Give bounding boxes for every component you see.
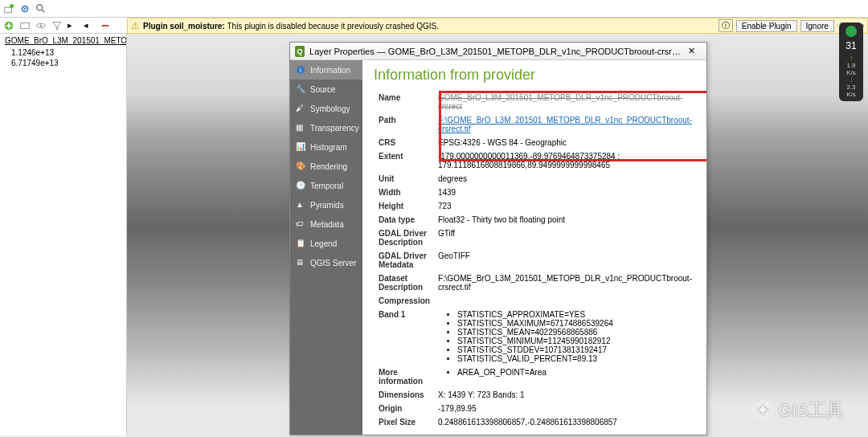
layer-item[interactable]: GOME_BrO_L3M_201501_METOPB_DLR bbox=[0, 34, 126, 47]
expand-icon[interactable]: ▸ bbox=[68, 20, 79, 31]
sidebar-item-temporal[interactable]: 🕒Temporal bbox=[290, 176, 362, 195]
legend-icon: 📋 bbox=[296, 239, 305, 248]
layers-panel: GOME_BrO_L3M_201501_METOPB_DLR 1.1246e+1… bbox=[0, 34, 127, 435]
pyramid-icon: ▲ bbox=[296, 200, 305, 210]
band-stats: STATISTICS_APPROXIMATE=YES STATISTICS_MA… bbox=[457, 310, 692, 363]
layer-properties-dialog: Q Layer Properties — GOME_BrO_L3M_201501… bbox=[289, 42, 707, 435]
enable-plugin-button[interactable]: Enable Plugin bbox=[736, 20, 797, 32]
sidebar-item-histogram[interactable]: 📊Histogram bbox=[290, 137, 362, 157]
fps-value: 31 bbox=[839, 40, 863, 51]
sidebar-item-pyramids[interactable]: ▲Pyramids bbox=[290, 195, 362, 214]
svg-point-9 bbox=[40, 24, 43, 27]
warning-icon: ⚠ bbox=[131, 20, 140, 31]
svg-rect-10 bbox=[102, 25, 109, 27]
tag-icon: 🏷 bbox=[296, 219, 305, 229]
sidebar-item-rendering[interactable]: 🎨Rendering bbox=[290, 157, 362, 176]
ok-icon bbox=[845, 26, 857, 37]
plugin-message: This plugin is disabled because it previ… bbox=[227, 22, 438, 31]
ignore-button[interactable]: Ignore bbox=[800, 20, 834, 32]
dialog-sidebar: iInformation 🔧Source 🖌Symbology ▦Transpa… bbox=[290, 60, 362, 435]
dialog-title: Layer Properties — GOME_BrO_L3M_201501_M… bbox=[309, 47, 681, 56]
paint-icon: 🎨 bbox=[296, 161, 305, 171]
sidebar-item-information[interactable]: iInformation bbox=[290, 60, 362, 80]
svg-text:i: i bbox=[300, 67, 301, 74]
section-heading: Information from provider bbox=[374, 67, 695, 84]
sidebar-item-legend[interactable]: 📋Legend bbox=[290, 234, 362, 253]
sidebar-item-metadata[interactable]: 🏷Metadata bbox=[290, 214, 362, 234]
dialog-content: Information from provider NameGOME_BrO_L… bbox=[362, 60, 706, 435]
filter-icon[interactable] bbox=[51, 20, 63, 31]
brush-icon: 🖌 bbox=[296, 104, 305, 113]
sidebar-item-symbology[interactable]: 🖌Symbology bbox=[290, 99, 362, 118]
close-icon[interactable]: ✕ bbox=[681, 46, 702, 56]
wrench-icon: 🔧 bbox=[296, 84, 305, 94]
svg-point-1 bbox=[10, 3, 14, 7]
sidebar-item-qgis-server[interactable]: 🖥QGIS Server bbox=[290, 253, 362, 272]
server-icon: 🖥 bbox=[296, 258, 305, 268]
svg-rect-7 bbox=[21, 22, 30, 28]
layer-value-min: 1.1246e+13 bbox=[0, 47, 126, 58]
layer-value-max: 6.71749e+13 bbox=[0, 58, 126, 68]
plugin-title: Plugin soil_moisture: bbox=[143, 22, 225, 31]
main-toolbar bbox=[0, 0, 868, 18]
group-icon[interactable] bbox=[19, 20, 31, 31]
qgis-icon: Q bbox=[295, 46, 305, 57]
info-icon: i bbox=[296, 65, 305, 75]
checker-icon: ▦ bbox=[296, 123, 305, 133]
collapse-icon[interactable]: ◂ bbox=[84, 20, 95, 31]
wechat-icon: ✦ bbox=[752, 400, 773, 421]
info-icon[interactable]: ⓘ bbox=[719, 19, 733, 32]
search-icon[interactable] bbox=[35, 3, 47, 14]
plugin-warning-bar: ⚠ Plugin soil_moisture: This plugin is d… bbox=[127, 18, 868, 34]
clock-icon: 🕒 bbox=[296, 181, 305, 190]
svg-point-3 bbox=[24, 7, 27, 10]
layer-add-icon[interactable] bbox=[3, 3, 14, 14]
chart-icon: 📊 bbox=[296, 142, 305, 152]
sidebar-item-source[interactable]: 🔧Source bbox=[290, 80, 362, 99]
remove-icon[interactable] bbox=[100, 20, 111, 31]
watermark: ✦ GIS工具 bbox=[752, 398, 844, 423]
gear-icon[interactable] bbox=[19, 3, 31, 14]
add-icon[interactable] bbox=[3, 20, 14, 31]
path-link[interactable]: F:\GOME_BrO_L3M_201501_METOPB_DLR_v1nc_P… bbox=[435, 114, 695, 135]
performance-widget[interactable]: 31 ↑ 1.9K/s ↓ 2.3K/s bbox=[839, 22, 863, 101]
dialog-titlebar[interactable]: Q Layer Properties — GOME_BrO_L3M_201501… bbox=[290, 43, 706, 60]
svg-rect-0 bbox=[5, 7, 12, 12]
svg-line-5 bbox=[42, 9, 45, 12]
svg-point-4 bbox=[37, 4, 43, 10]
secondary-toolbar: ▸ ◂ bbox=[0, 18, 127, 34]
eye-icon[interactable] bbox=[35, 20, 47, 31]
sidebar-item-transparency[interactable]: ▦Transparency bbox=[290, 118, 362, 137]
info-table: NameGOME_BrO_L3M_201501_METOPB_DLR_v1nc_… bbox=[374, 90, 697, 430]
